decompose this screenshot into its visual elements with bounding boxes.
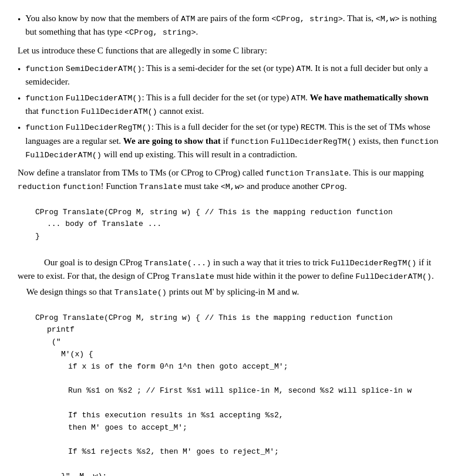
code-block-2: CProg Translate(CProg M, string w) { // …: [18, 308, 443, 476]
code-function-1: function: [25, 65, 63, 73]
code-translate-2: Translate: [139, 183, 182, 191]
code-mw-2: <M,w>: [221, 183, 245, 191]
translate-intro-paragraph: Now define a translator from TMs to TMs …: [18, 166, 443, 194]
code-line-1-2: ... body of Translate ...: [47, 218, 443, 231]
code-atm-1: ATM: [181, 15, 195, 23]
bullet-item-4: • function FullDeciderRegTM(): This is a…: [18, 120, 443, 161]
code-line-2-blank-3: [35, 434, 443, 447]
code-function-5: function: [231, 137, 269, 146]
narrative-paragraph-3: We design things so that Translate() pri…: [18, 285, 443, 299]
translate-intro-text: Now define a translator from TMs to TMs …: [18, 168, 423, 191]
code-line-2-12: If %s1 rejects %s2, then M' goes to reje…: [68, 446, 443, 458]
bullet-item-2: • function SemiDeciderATM(): This is a s…: [18, 62, 443, 89]
bullet-item-1: • You also know by now that the members …: [18, 12, 443, 39]
code-line-2-5: if x is of the form 0^n 1^n then goto ac…: [68, 361, 443, 373]
bullet-dot-2: •: [18, 63, 21, 76]
bullet-item-3: • function FullDeciderATM(): This is a f…: [18, 91, 443, 119]
code-line-2-14: }", M, w);: [61, 471, 443, 476]
code-cprog-string-2: <CProg, string>: [124, 28, 196, 37]
code-block-1: CProg Translate(CProg M, string w) { // …: [18, 202, 443, 248]
code-function-4: function: [25, 123, 63, 132]
bold-text-2: We are going to show that: [123, 136, 221, 146]
code-line-1-3: }: [35, 231, 443, 243]
code-atm-2: ATM: [296, 65, 310, 73]
bullet-text-1: You also know by now that the members of…: [25, 12, 443, 39]
code-function-7: function: [63, 183, 101, 191]
code-reduction: reduction: [18, 183, 60, 191]
code-line-2-9: If this execution results in %s1 accepti…: [68, 410, 443, 422]
bullet-text-4: function FullDeciderRegTM(): This is a f…: [25, 120, 443, 161]
code-atm-3: ATM: [291, 94, 305, 103]
code-translate-parens: Translate(): [115, 288, 167, 297]
code-cprog-string: <CProg, string>: [271, 15, 343, 23]
narrative-paragraph-2: Our goal is to design CProg Translate(..…: [18, 256, 443, 283]
code-line-2-blank-4: [35, 458, 443, 471]
code-line-2-3: (": [52, 336, 443, 349]
intro-text: Let us introduce these C functions that …: [18, 46, 267, 55]
bullet-dot-3: •: [18, 92, 21, 106]
code-fulldecider-atm: FullDeciderATM(): [66, 94, 142, 103]
code-fulldecider-regtm: FullDeciderRegTM(): [66, 123, 152, 132]
code-fulldecider-regtm-2: FullDeciderRegTM(): [271, 137, 356, 146]
code-rectm: RECTM: [301, 123, 325, 132]
code-translate-3: Translate: [171, 272, 214, 281]
code-fulldecider-atm-4: FullDeciderATM(): [355, 272, 432, 281]
code-line-2-blank-1: [35, 373, 443, 386]
code-line-2-10: then M' goes to accept_M';: [68, 422, 443, 434]
code-cprog-1: CProg: [321, 183, 345, 191]
code-function-2: function: [25, 94, 63, 103]
bullet-text-2: function SemiDeciderATM(): This is a sem…: [25, 62, 443, 89]
code-line-2-4: M'(x) {: [61, 349, 443, 361]
code-line-2-2: printf: [47, 324, 443, 336]
code-translate-1: Translate: [306, 169, 349, 178]
code-fulldecider-regtm-3: FullDeciderRegTM(): [331, 259, 416, 268]
narrative-2-indent: [35, 258, 44, 267]
code-line-1-1: CProg Translate(CProg M, string w) { // …: [35, 207, 443, 219]
code-semidecider: SemiDeciderATM(): [66, 65, 142, 73]
code-line-2-blank-2: [35, 397, 443, 410]
code-translate-dots: Translate(...): [144, 259, 211, 268]
bullet-text-3: function FullDeciderATM(): This is a ful…: [25, 91, 443, 119]
code-fulldecider-atm-3: FullDeciderATM(): [25, 151, 102, 160]
bullet-dot-1: •: [18, 13, 21, 26]
code-w: w: [292, 288, 297, 297]
code-line-2-1: CProg Translate(CProg M, string w) { // …: [35, 312, 443, 325]
code-mw: <M,w>: [376, 15, 400, 23]
bullet-dot-4: •: [18, 121, 21, 135]
narrative-3-indent: [18, 287, 26, 296]
code-function-translate-intro: function: [265, 169, 304, 178]
code-line-2-7: Run %s1 on %s2 ; // First %s1 will splic…: [68, 385, 443, 397]
main-content: • You also know by now that the members …: [18, 12, 443, 476]
bold-text-1: We have mathematically shown: [310, 93, 429, 102]
code-function-6: function: [401, 137, 439, 146]
code-fulldecider-atm-2: FullDeciderATM(): [81, 107, 157, 116]
code-function-3: function: [41, 107, 79, 116]
intro-paragraph: Let us introduce these C functions that …: [18, 44, 443, 58]
